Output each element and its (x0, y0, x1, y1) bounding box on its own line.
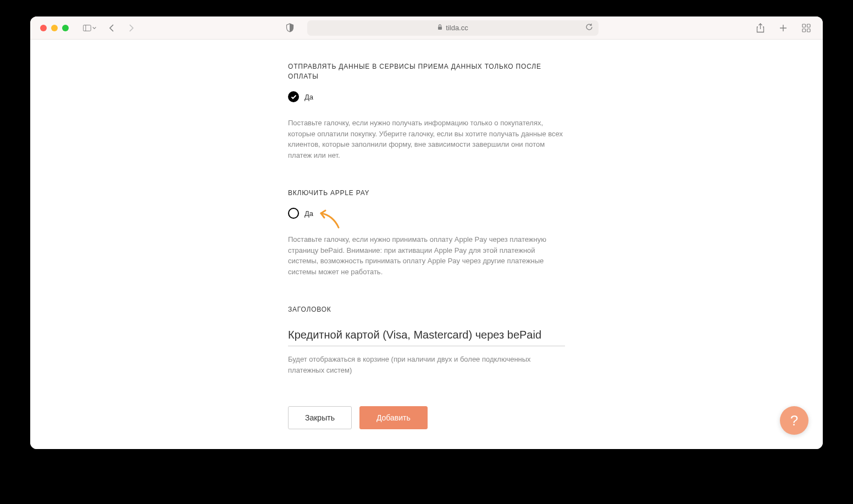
svg-rect-2 (438, 27, 442, 30)
svg-rect-4 (807, 24, 811, 27)
back-button[interactable] (105, 21, 118, 35)
chevron-right-icon (128, 24, 135, 32)
chevron-down-icon (92, 26, 96, 30)
sidebar-icon (83, 24, 91, 32)
header-field-title: ЗАГОЛОВОК (288, 304, 565, 314)
shield-icon (286, 23, 294, 32)
new-tab-button[interactable] (777, 21, 790, 35)
tab-overview-button[interactable] (800, 21, 813, 35)
privacy-shield-button[interactable] (283, 21, 296, 35)
url-text: tilda.cc (446, 24, 468, 32)
help-button[interactable]: ? (780, 406, 808, 435)
plus-icon (779, 24, 788, 32)
sidebar-toggle-button[interactable] (83, 21, 96, 35)
close-window-button[interactable] (40, 25, 47, 31)
browser-window: tilda.cc (30, 16, 823, 449)
svg-rect-5 (802, 29, 806, 32)
svg-rect-3 (802, 24, 806, 27)
share-button[interactable] (754, 21, 767, 35)
enable-apple-pay-checkbox[interactable] (288, 208, 299, 219)
address-bar[interactable]: tilda.cc (307, 20, 599, 36)
maximize-window-button[interactable] (62, 25, 69, 31)
send-data-after-payment-title: ОТПРАВЛЯТЬ ДАННЫЕ В СЕРВИСЫ ПРИЕМА ДАННЫ… (288, 62, 565, 81)
send-data-checkbox-label: Да (304, 93, 313, 101)
checkmark-icon (291, 95, 297, 99)
add-button[interactable]: Добавить (359, 406, 428, 429)
refresh-button[interactable] (585, 23, 593, 32)
browser-toolbar: tilda.cc (30, 16, 823, 40)
svg-rect-0 (83, 25, 91, 31)
arrow-annotation-icon (319, 209, 343, 230)
apple-pay-description: Поставьте галочку, если нужно принимать … (288, 234, 565, 277)
chevron-left-icon (108, 24, 115, 32)
grid-icon (802, 24, 811, 32)
header-field-hint: Будет отображаться в корзине (при наличи… (288, 354, 565, 375)
page-content: ОТПРАВЛЯТЬ ДАННЫЕ В СЕРВИСЫ ПРИЕМА ДАННЫ… (30, 40, 823, 449)
close-button[interactable]: Закрыть (288, 406, 352, 429)
header-input[interactable] (288, 324, 565, 346)
lock-icon (437, 24, 442, 31)
send-data-after-payment-checkbox[interactable] (288, 91, 299, 102)
send-data-description: Поставьте галочку, если нужно получать и… (288, 118, 565, 160)
minimize-window-button[interactable] (51, 25, 58, 31)
enable-apple-pay-title: ВКЛЮЧИТЬ APPLE PAY (288, 188, 565, 198)
settings-form: ОТПРАВЛЯТЬ ДАННЫЕ В СЕРВИСЫ ПРИЕМА ДАННЫ… (284, 62, 569, 429)
svg-rect-6 (807, 29, 811, 32)
share-icon (756, 23, 765, 33)
help-icon: ? (790, 412, 798, 429)
refresh-icon (585, 23, 593, 31)
forward-button[interactable] (125, 21, 138, 35)
window-controls (40, 25, 69, 31)
apple-pay-checkbox-label: Да (304, 209, 313, 218)
